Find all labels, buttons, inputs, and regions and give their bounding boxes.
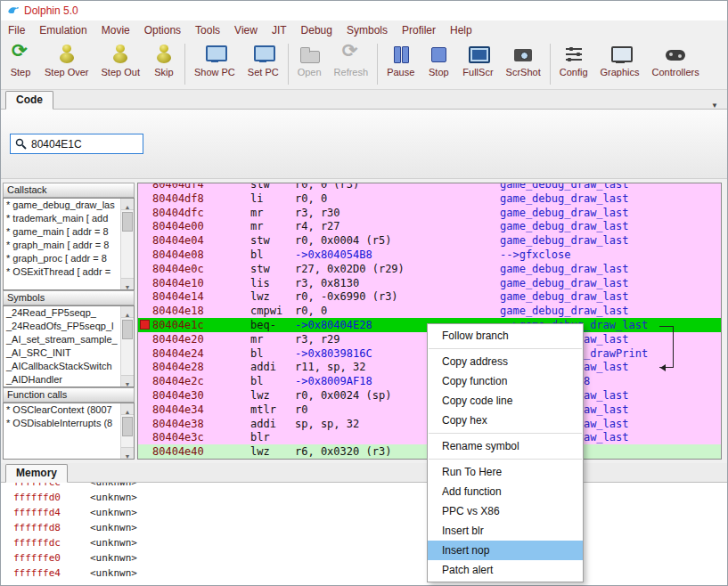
toolbar-separator [550, 44, 551, 85]
menu-item-options[interactable]: Options [137, 21, 188, 39]
symbol-item[interactable]: _AI_set_stream_sample_ [4, 333, 120, 346]
symbol-item[interactable]: _24Read_FP5seqp_ [4, 306, 120, 320]
callstack-item[interactable]: * game_debug_draw_las [4, 199, 120, 212]
menu-item-emulation[interactable]: Emulation [32, 21, 94, 39]
code-row[interactable]: 80404e14 lwz r0, -0x6990 (r3) game_debug… [138, 289, 721, 304]
code-row[interactable]: 80404dfc mr r3, r30 game_debug_draw_last [138, 206, 721, 220]
code-row[interactable]: 80404e00 mr r4, r27 game_debug_draw_last [138, 219, 721, 233]
symbols-scrollbar[interactable] [120, 306, 134, 387]
code-row[interactable]: 80404df4 stw r0, 0 (r3) game_debug_draw_… [138, 183, 721, 191]
memory-row[interactable]: ffffffd4 <unknwn> [1, 505, 727, 520]
toolbar-button-config[interactable]: Config [553, 41, 594, 79]
function-call-item[interactable]: * OSDisableInterrupts (8 [4, 417, 120, 430]
symbol-item[interactable]: _AIDHandler [4, 373, 120, 387]
context-menu-item-rename-symbol[interactable]: Rename symbol [428, 436, 583, 456]
code-row[interactable]: 80404e04 stw r0, 0x0004 (r5) game_debug_… [138, 233, 721, 248]
toolbar-button-label: Config [560, 67, 588, 77]
code-opcode: lwz [250, 290, 270, 303]
toolbar-button-show-pc[interactable]: Show PC [188, 41, 241, 79]
code-row[interactable]: 80404df8 li r0, 0 game_debug_draw_last [138, 191, 721, 206]
context-menu-item-copy-code-line[interactable]: Copy code line [428, 391, 583, 411]
memory-row[interactable]: ffffffe0 <unknwn> [1, 550, 727, 566]
scrollbar-thumb[interactable] [122, 212, 133, 232]
code-opcode: lwz [250, 445, 270, 458]
code-symbol: -->gfxclose [500, 248, 570, 261]
callstack-item[interactable]: * graph_proc [ addr = 8 [4, 252, 120, 265]
scroll-down-icon[interactable] [121, 447, 134, 459]
toolbar-button-stop[interactable]: Stop [421, 41, 456, 79]
context-menu-item-ppc-vs-x86[interactable]: PPC vs X86 [428, 501, 583, 521]
memory-row[interactable]: ffffffcc <unknwn> [1, 483, 727, 490]
memory-value: <unknwn> [90, 567, 137, 579]
menu-item-profiler[interactable]: Profiler [395, 21, 443, 39]
scroll-up-icon[interactable] [121, 199, 134, 210]
menu-item-debug[interactable]: Debug [294, 21, 339, 39]
debugger-main-area: Callstack * game_debug_draw_las* tradema… [1, 179, 727, 463]
toolbar-button-set-pc[interactable]: Set PC [241, 41, 285, 79]
menu-item-help[interactable]: Help [443, 21, 479, 39]
callstack-item[interactable]: * OSExitThread [ addr = [4, 265, 120, 279]
context-menu-item-patch-alert[interactable]: Patch alert [428, 560, 583, 580]
callstack-item[interactable]: * trademark_main [ add [4, 212, 120, 225]
toolbar-button-step-out[interactable]: Step Out [95, 41, 146, 79]
address-search-box [10, 134, 143, 154]
toolbar-button-step-over[interactable]: Step Over [38, 41, 95, 79]
scroll-down-icon[interactable] [121, 375, 134, 387]
memory-row[interactable]: ffffffd8 <unknwn> [1, 520, 727, 535]
symbol-item[interactable]: _AI_SRC_INIT [4, 346, 120, 360]
code-opcode: lis [250, 277, 270, 289]
symbol-item[interactable]: _AICallbackStackSwitch [4, 360, 120, 373]
menu-item-tools[interactable]: Tools [188, 21, 227, 39]
scroll-up-icon[interactable] [121, 403, 134, 415]
tab-memory[interactable]: Memory [5, 464, 68, 483]
function-call-item[interactable]: * OSClearContext (8007 [4, 403, 120, 417]
scroll-up-icon[interactable] [121, 306, 134, 318]
function-calls-scrollbar[interactable] [120, 403, 134, 459]
menu-item-file[interactable]: File [1, 21, 32, 39]
toolbar-button-fullscr[interactable]: FullScr [456, 41, 499, 79]
context-menu-item-add-function[interactable]: Add function [428, 482, 583, 501]
callstack-scrollbar[interactable] [120, 199, 134, 289]
search-icon [15, 138, 27, 150]
toolbar-button-label: Open [298, 67, 322, 77]
context-menu-item-insert-nop[interactable]: Insert nop [428, 541, 583, 560]
callstack-item[interactable]: * game_main [ addr = 8 [4, 225, 120, 239]
breakpoint-icon[interactable] [140, 320, 150, 330]
menu-item-view[interactable]: View [227, 21, 265, 39]
menu-item-movie[interactable]: Movie [94, 21, 137, 39]
toolbar-button-step[interactable]: Step [3, 41, 38, 79]
code-address: 80404e2c [152, 375, 204, 387]
controllers-icon [664, 43, 687, 66]
context-menu-item-copy-function[interactable]: Copy function [428, 371, 583, 391]
context-menu-item-run-to-here[interactable]: Run To Here [428, 462, 583, 482]
code-row[interactable]: 80404e08 bl ->0x804054B8 -->gfxclose [138, 248, 721, 262]
toolbar-button-scrshot[interactable]: ScrShot [500, 41, 547, 79]
code-address: 80404e0c [152, 263, 204, 275]
code-address: 80404e04 [152, 234, 204, 247]
callstack-item[interactable]: * graph_main [ addr = 8 [4, 239, 120, 252]
toolbar-button-controllers[interactable]: Controllers [646, 41, 706, 79]
scrollbar-thumb[interactable] [122, 417, 133, 436]
context-menu-item-follow-branch[interactable]: Follow branch [428, 326, 583, 346]
memory-row[interactable]: ffffffd0 <unknwn> [1, 490, 727, 505]
context-menu-item-copy-address[interactable]: Copy address [428, 352, 583, 371]
toolbar-button-graphics[interactable]: Graphics [594, 41, 646, 79]
memory-address: ffffffe0 [13, 552, 61, 564]
context-menu-item-copy-hex[interactable]: Copy hex [428, 411, 583, 430]
code-row[interactable]: 80404e10 lis r3, 0x8130 game_debug_draw_… [138, 276, 721, 290]
code-address: 80404e20 [152, 333, 204, 346]
code-row[interactable]: 80404e18 cmpwi r0, 0 game_debug_draw_las… [138, 304, 721, 318]
scroll-down-icon[interactable] [121, 278, 134, 289]
menu-item-symbols[interactable]: Symbols [339, 21, 395, 39]
memory-row[interactable]: ffffffe4 <unknwn> [1, 566, 727, 581]
scrollbar-thumb[interactable] [122, 320, 133, 339]
memory-row[interactable]: ffffffdc <unknwn> [1, 535, 727, 550]
toolbar-button-pause[interactable]: Pause [380, 41, 421, 79]
context-menu-item-insert-blr[interactable]: Insert blr [428, 521, 583, 541]
code-row[interactable]: 80404e0c stw r27, 0x02D0 (r29) game_debu… [138, 262, 721, 276]
menu-item-jit[interactable]: JIT [265, 21, 294, 39]
toolbar-button-skip[interactable]: Skip [146, 41, 182, 79]
tab-code[interactable]: Code [5, 91, 53, 110]
address-search-input[interactable] [31, 138, 138, 151]
symbol-item[interactable]: _24ReadOfs_FP5seqp_l [4, 320, 120, 333]
